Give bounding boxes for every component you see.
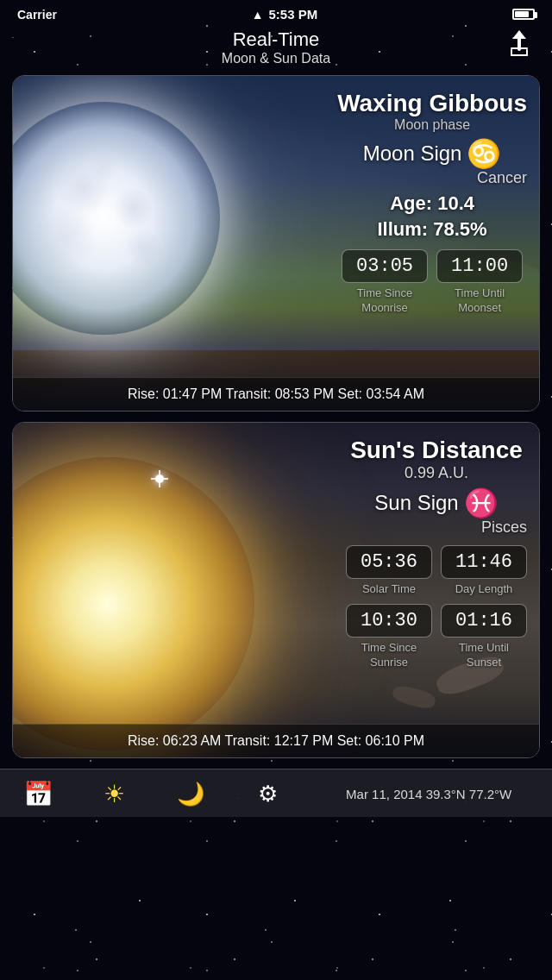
tab-settings[interactable]: ⚙ [229,777,306,811]
moon-data-panel: Waxing Gibbous Moon phase Moon Sign ♋ Ca… [337,90,527,316]
solar-time-box: 05:36 Solar Time [346,545,432,597]
moon-time-boxes: 03:05 Time SinceMoonrise 11:00 Time Unti… [337,249,527,316]
solar-time-label: Solar Time [362,582,416,597]
sun-time-boxes-row1: 05:36 Solar Time 11:46 Day Length [346,545,527,597]
calendar-icon: 📅 [23,780,53,808]
time-since-sunrise-label: Time SinceSunrise [361,641,417,670]
svg-marker-1 [512,30,526,39]
settings-icon: ⚙ [258,781,278,807]
time-since-sunrise-value: 10:30 [346,604,432,638]
moon-sign-name: Cancer [337,169,527,187]
svg-rect-2 [511,47,528,49]
carrier-label: Carrier [17,8,57,22]
moon-illumination: Illum: 78.5% [337,218,527,241]
app-title: Real-Time [0,28,552,51]
time-since-sunrise-box: 10:30 Time SinceSunrise [346,604,432,670]
moon-time-until-value: 11:00 [436,249,523,283]
app-header: Real-Time Moon & Sun Data [0,25,552,75]
cancer-zodiac-icon: ♋ [467,140,501,167]
moon-time-until-label: Time UntilMoonset [455,286,505,316]
tab-calendar[interactable]: 📅 [0,776,77,812]
moon-time-since-box: 03:05 Time SinceMoonrise [342,249,428,316]
sun-sign-row: Sun Sign ♓ [346,489,527,517]
svg-rect-5 [511,54,528,56]
time-display: 5:53 PM [269,7,318,22]
sun-star-point [155,474,164,483]
sun-data-panel: Sun's Distance 0.99 A.U. Sun Sign ♓ Pisc… [346,437,527,670]
moon-time-since-value: 03:05 [342,249,428,283]
sun-time-boxes-row2: 10:30 Time SinceSunrise 01:16 Time Until… [346,604,527,670]
day-length-value: 11:46 [441,545,527,579]
app-subtitle: Moon & Sun Data [0,51,552,66]
moon-rise-set-bar: Rise: 01:47 PM Transit: 08:53 PM Set: 03… [13,377,539,411]
sun-rise-set-bar: Rise: 06:23 AM Transit: 12:17 PM Set: 06… [13,724,539,757]
time-until-sunset-box: 01:16 Time UntilSunset [441,604,527,670]
moon-card: Waxing Gibbous Moon phase Moon Sign ♋ Ca… [12,75,540,411]
wifi-icon: ▲ [252,8,264,22]
tab-date-location: Mar 11, 2014 39.3°N 77.2°W [305,787,552,801]
moon-phase: Waxing Gibbous [337,90,527,117]
sun-sign-label: Sun Sign [374,491,458,515]
sun-tab-icon: ☀ [104,780,125,808]
moon-phase-subtitle: Moon phase [337,117,527,133]
tab-moon[interactable]: 🌙 [153,777,229,811]
sun-rise-set-text: Rise: 06:23 AM Transit: 12:17 PM Set: 06… [128,733,424,748]
moon-sign-row: Moon Sign ♋ [337,140,527,167]
sun-distance-value: 0.99 A.U. [346,464,527,482]
tab-bar: 📅 ☀ 🌙 ⚙ Mar 11, 2014 39.3°N 77.2°W [0,769,552,817]
day-length-label: Day Length [455,582,513,597]
moon-sign-label: Moon Sign [363,141,462,166]
share-button[interactable] [504,25,535,61]
moon-time-since-label: Time SinceMoonrise [357,286,413,316]
share-icon [509,30,530,56]
status-bar: Carrier ▲ 5:53 PM [0,0,552,25]
status-right [512,9,535,20]
solar-time-value: 05:36 [346,545,432,579]
moon-tab-icon: 🌙 [177,781,204,807]
battery-icon [512,9,535,20]
tab-sun[interactable]: ☀ [77,776,154,812]
moon-rise-set-text: Rise: 01:47 PM Transit: 08:53 PM Set: 03… [128,386,424,401]
sun-card: Sun's Distance 0.99 A.U. Sun Sign ♓ Pisc… [12,422,540,758]
pisces-zodiac-icon: ♓ [464,489,499,517]
moon-age: Age: 10.4 [337,192,527,215]
day-length-box: 11:46 Day Length [441,545,527,597]
moon-time-until-box: 11:00 Time UntilMoonset [436,249,523,316]
sun-distance-label: Sun's Distance [346,437,527,464]
sun-sign-name: Pisces [346,518,527,537]
time-until-sunset-value: 01:16 [441,604,527,638]
time-until-sunset-label: Time UntilSunset [459,641,509,670]
